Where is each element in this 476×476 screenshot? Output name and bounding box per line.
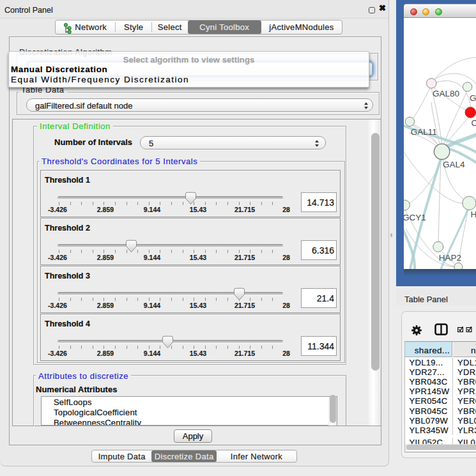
svg-text:H: H [470,210,476,219]
svg-text:GAL80: GAL80 [433,89,459,98]
svg-text:GAL11: GAL11 [410,127,436,137]
svg-text:HAP2: HAP2 [438,253,461,263]
svg-text:GAL4: GAL4 [443,160,465,169]
svg-text:G.: G. [470,93,476,103]
svg-text:GCY1: GCY1 [404,213,426,222]
svg-text:C: C [471,118,476,128]
